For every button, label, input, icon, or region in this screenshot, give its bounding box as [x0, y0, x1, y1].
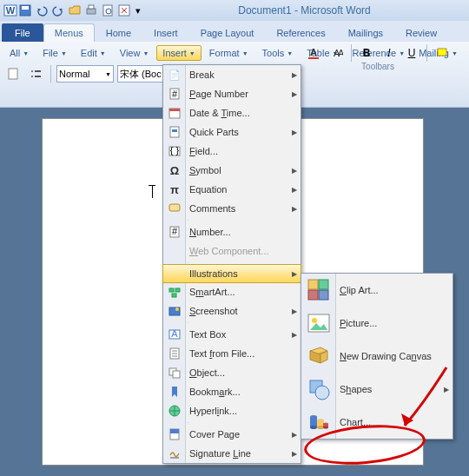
menu-item-field[interactable]: { }Field...	[163, 142, 301, 161]
menu-insert[interactable]: Insert▼	[156, 45, 201, 61]
svg-rect-44	[319, 280, 328, 289]
menu-item-number[interactable]: #Number...	[163, 222, 301, 241]
menu-format[interactable]: Format▼	[203, 45, 254, 61]
tab-references[interactable]: References	[265, 23, 336, 42]
style-select[interactable]: Normal▼	[56, 65, 114, 83]
bookmark-icon	[167, 384, 182, 400]
text-cursor	[152, 185, 153, 198]
menu-item-comments[interactable]: Comments▶	[163, 199, 301, 218]
menu-all[interactable]: All▼	[3, 45, 35, 61]
menu-item-screenshot[interactable]: Screenshot▶	[163, 301, 301, 321]
menu-item-page-number[interactable]: #Page Number▶	[163, 84, 301, 103]
menu-tools[interactable]: Tools▼	[256, 45, 300, 61]
svg-point-12	[31, 76, 33, 77]
qat-save-icon[interactable]	[17, 3, 33, 18]
menu-item-cover-page[interactable]: Cover Page▶	[163, 425, 301, 444]
svg-text:#: #	[172, 89, 178, 99]
svg-point-34	[175, 307, 179, 311]
separator	[188, 262, 188, 263]
svg-text:W: W	[6, 5, 16, 16]
bold-icon[interactable]: B	[357, 43, 376, 63]
separator	[188, 322, 188, 323]
menu-item-signature-line[interactable]: Signature Line▶	[163, 444, 301, 463]
comment-icon	[167, 201, 182, 216]
screenshot-icon	[167, 303, 182, 319]
svg-text:{ }: { }	[170, 145, 180, 155]
menu-item-date-time[interactable]: Date & Time...	[163, 103, 301, 122]
group-label-toolbars: Toolbars	[304, 62, 452, 71]
separator	[188, 422, 188, 423]
tool-bullets-icon[interactable]	[26, 64, 45, 83]
symbol-icon: Ω	[167, 162, 182, 178]
tool-new-icon[interactable]	[3, 64, 23, 83]
menu-item-chart[interactable]: Chart...	[301, 406, 452, 439]
tab-insert[interactable]: Insert	[142, 23, 189, 42]
svg-point-10	[31, 70, 33, 72]
menu-item-text-box[interactable]: AText Box▶	[163, 325, 301, 344]
tab-review[interactable]: Review	[394, 23, 448, 42]
tab-home[interactable]: Home	[95, 23, 142, 42]
svg-point-56	[317, 426, 324, 429]
italic-icon[interactable]: I	[380, 43, 399, 63]
highlight-icon[interactable]	[433, 43, 452, 63]
menu-item-text-from-file[interactable]: Text from File...	[163, 344, 301, 363]
menu-item-equation[interactable]: πEquation▶	[163, 180, 301, 199]
svg-rect-5	[89, 5, 94, 9]
menu-item-symbol[interactable]: ΩSymbol▶	[163, 161, 301, 180]
menu-item-object[interactable]: Object...	[163, 363, 301, 382]
svg-rect-3	[22, 6, 29, 10]
svg-rect-27	[169, 204, 180, 211]
svg-text:A: A	[338, 48, 343, 58]
menu-item-picture[interactable]: Picture...	[301, 307, 452, 340]
chart-icon	[306, 409, 332, 435]
svg-rect-32	[172, 294, 176, 297]
svg-rect-42	[170, 429, 179, 433]
font-color-icon[interactable]: A	[304, 43, 323, 63]
menu-item-break[interactable]: 📄Break▶	[163, 65, 301, 84]
signature-icon	[167, 446, 182, 461]
coverpage-icon	[167, 426, 182, 442]
title-bar: W ▾ Document1 - Microsoft Word	[0, 0, 469, 21]
svg-rect-18	[438, 49, 446, 56]
svg-rect-30	[169, 288, 174, 292]
svg-point-53	[310, 426, 317, 429]
menu-item-bookmark[interactable]: Bookmark...	[163, 382, 301, 401]
qat-open-icon[interactable]	[67, 3, 83, 18]
underline-icon[interactable]: U	[402, 43, 421, 63]
number-icon: #	[167, 224, 182, 240]
equation-icon: π	[167, 182, 182, 197]
svg-text:A: A	[171, 328, 178, 339]
tab-mailings[interactable]: Mailings	[337, 23, 394, 42]
qat-redo-icon[interactable]	[50, 3, 66, 18]
menu-item-clip-art[interactable]: Clip Art...	[301, 274, 452, 307]
menu-file[interactable]: File▼	[36, 45, 73, 61]
qat-undo-icon[interactable]	[34, 3, 50, 18]
svg-rect-15	[308, 57, 319, 59]
menu-view[interactable]: View▼	[114, 45, 155, 61]
canvas-icon	[306, 343, 332, 369]
menu-item-shapes[interactable]: Shapes▶	[301, 373, 452, 406]
separator	[50, 65, 51, 83]
tab-menus[interactable]: Menus	[43, 23, 95, 42]
menu-item-smartart[interactable]: SmartArt...	[163, 282, 301, 301]
menu-item-hyperlink[interactable]: Hyperlink...	[163, 401, 301, 420]
svg-rect-45	[308, 290, 318, 300]
svg-rect-46	[319, 290, 328, 300]
web-icon	[167, 243, 182, 259]
menu-item-new-drawing-canvas[interactable]: New Drawing Canvas	[301, 340, 452, 373]
window-title: Document1 - Microsoft Word	[143, 4, 466, 17]
qat-customize-icon[interactable]: ▾	[133, 3, 143, 18]
menu-edit[interactable]: Edit▼	[75, 45, 112, 61]
menu-item-illustrations[interactable]: Illustrations▶	[162, 264, 301, 283]
date-icon	[167, 105, 182, 121]
shapes-icon	[306, 376, 332, 402]
insert-dropdown: 📄Break▶ #Page Number▶ Date & Time... Qui…	[162, 64, 301, 464]
qat-print-icon[interactable]	[83, 3, 99, 18]
font-size-icon[interactable]: AA	[327, 43, 346, 63]
tab-page-layout[interactable]: Page Layout	[189, 23, 266, 42]
qat-preview-icon[interactable]	[100, 3, 116, 18]
svg-rect-31	[175, 288, 180, 292]
menu-item-quick-parts[interactable]: Quick Parts▶	[163, 122, 301, 142]
tab-file[interactable]: File	[2, 23, 43, 42]
qat-close-icon[interactable]	[116, 3, 132, 18]
